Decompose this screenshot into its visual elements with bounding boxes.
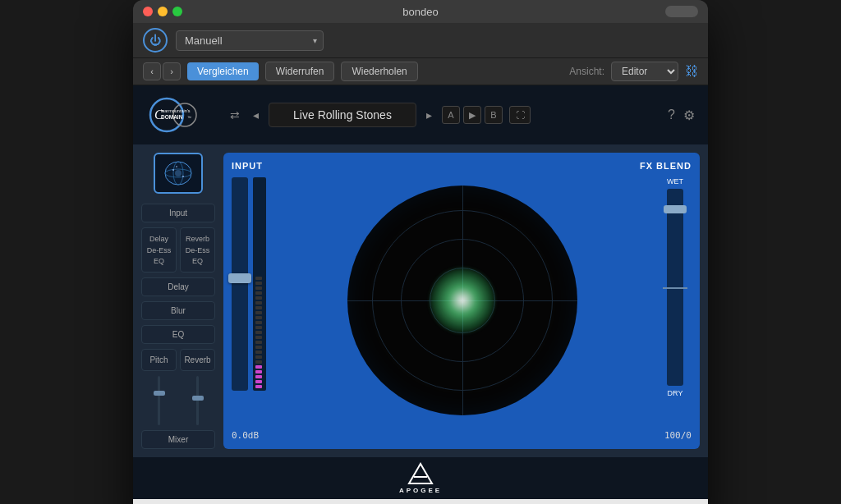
power-button[interactable]: ⏻ (143, 28, 168, 53)
main-window: bondeo ⏻ Manuell ▾ ‹ › Vergleichen Wider… (133, 0, 708, 504)
nav-arrows: ‹ › (143, 62, 181, 80)
next-icon: ▸ (426, 108, 432, 121)
preset-next-button[interactable]: ▸ (423, 105, 435, 125)
shuffle-icon: ⇄ (230, 108, 240, 121)
meter-dot (255, 351, 262, 354)
sidebar-input-button[interactable]: Input (141, 204, 215, 222)
meter-dot-active (255, 385, 262, 388)
apogee-logo-svg (406, 462, 435, 485)
sidebar-slider-left (141, 376, 177, 425)
expand-button[interactable]: ⛶ (509, 106, 531, 124)
shuffle-button[interactable]: ⇄ (227, 105, 243, 125)
sphere-button[interactable] (154, 153, 203, 194)
logo-area: C learmountain's DOMAIN ™ (146, 94, 204, 136)
reverb-de-ess-button[interactable]: Reverb De-Ess EQ (180, 227, 215, 273)
nav-forward-button[interactable]: › (163, 62, 181, 80)
panel-middle: WET DRY (232, 177, 692, 424)
input-fader-thumb[interactable] (228, 273, 251, 283)
window-title: bondeo (402, 6, 438, 18)
meter-dot-active (255, 380, 262, 383)
wiederholen-button[interactable]: Wiederholen (341, 62, 417, 81)
sphere-icon (162, 158, 195, 188)
sidebar-slider-right-track[interactable] (196, 376, 199, 425)
expand-icon: ⛶ (516, 110, 525, 120)
plugin-body: C learmountain's DOMAIN ™ ⇄ ◂ Live Rolli… (133, 85, 708, 499)
ab-a-button[interactable]: A (442, 106, 460, 124)
blend-value: 100/0 (664, 430, 692, 441)
editor-dropdown[interactable]: Editor (611, 62, 678, 81)
preset-dropdown[interactable]: Manuell (176, 30, 324, 51)
meter-dot (255, 316, 262, 319)
sidebar-slider-right-thumb[interactable] (192, 396, 204, 401)
eq-button[interactable]: EQ (141, 325, 215, 344)
ab-b-button[interactable]: B (485, 106, 503, 124)
window-footer: Clearmountain's Domain (133, 499, 708, 504)
nav-right-controls: Ansicht: Editor ⛓ (569, 62, 698, 81)
fx-fader-thumb[interactable] (664, 205, 687, 213)
nav-back-button[interactable]: ‹ (143, 62, 161, 80)
sidebar-slider-left-thumb[interactable] (154, 391, 165, 396)
sidebar-slider-left-track[interactable] (158, 376, 160, 425)
meter-dot (255, 301, 262, 305)
fx-fader-track[interactable] (667, 189, 683, 386)
main-panel: INPUT FX BLEND (223, 153, 700, 449)
panel-top-row: INPUT FX BLEND (232, 161, 692, 171)
circular-display (274, 177, 650, 424)
window-right-control (665, 6, 698, 17)
apogee-text: APOGEE (399, 487, 442, 494)
sidebar-sliders (141, 376, 215, 425)
meter-dot (255, 346, 262, 349)
plugin-content: Input Delay De-Ess EQ Reverb De-Ess EQ D… (133, 144, 708, 457)
link-icon[interactable]: ⛓ (685, 64, 698, 79)
meter-dot (255, 360, 262, 364)
meter-track (253, 177, 266, 391)
close-button[interactable] (143, 7, 153, 16)
plugin-footer: APOGEE (133, 457, 708, 499)
sidebar-grid-2: Pitch Reverb (141, 349, 215, 371)
maximize-button[interactable] (172, 7, 182, 16)
meter-dot (255, 355, 262, 359)
ab-play-button[interactable]: ▶ (463, 106, 481, 124)
svg-text:learmountain's: learmountain's (161, 108, 191, 113)
widerrufen-button[interactable]: Widerrufen (265, 62, 335, 81)
meter-dot-active (255, 375, 262, 378)
header-icons: ? ⚙ (668, 108, 695, 123)
nav-forward-icon: › (170, 66, 173, 76)
fx-fader-midline (663, 287, 687, 289)
help-icon[interactable]: ? (668, 108, 675, 122)
navbar: ‹ › Vergleichen Widerrufen Wiederholen A… (133, 58, 708, 85)
logo-svg: C learmountain's DOMAIN ™ (146, 94, 204, 136)
pitch-button[interactable]: Pitch (141, 349, 177, 371)
svg-point-10 (172, 169, 174, 171)
input-fader-track[interactable] (232, 177, 248, 391)
reverb-button[interactable]: Reverb (180, 349, 215, 371)
delay-button[interactable]: Delay (141, 277, 215, 296)
dry-label: DRY (668, 389, 683, 397)
meter-dot (255, 286, 262, 290)
nav-back-icon: ‹ (150, 66, 154, 76)
minimize-button[interactable] (158, 7, 168, 16)
svg-point-11 (182, 176, 184, 177)
ansicht-label: Ansicht: (569, 66, 604, 77)
sidebar-slider-right (180, 376, 215, 425)
meter-dot (255, 306, 262, 309)
input-fader-area (232, 177, 266, 424)
audio-blob (430, 268, 495, 333)
mixer-button[interactable]: Mixer (141, 430, 215, 449)
settings-icon[interactable]: ⚙ (683, 108, 695, 123)
meter-dot (255, 326, 262, 329)
editor-dropdown-wrapper: Editor (611, 62, 678, 81)
meter-dot (255, 282, 262, 285)
vergleichen-button[interactable]: Vergleichen (187, 62, 259, 80)
apogee-logo: APOGEE (399, 462, 442, 494)
plugin-header: C learmountain's DOMAIN ™ ⇄ ◂ Live Rolli… (133, 85, 708, 144)
svg-point-12 (176, 166, 177, 167)
svg-text:DOMAIN: DOMAIN (161, 114, 183, 120)
meter-dot (255, 331, 262, 334)
meter-dot (255, 291, 262, 295)
fx-blend-label: FX BLEND (640, 161, 692, 171)
blur-button[interactable]: Blur (141, 301, 215, 320)
delay-de-ess-button[interactable]: Delay De-Ess EQ (141, 227, 177, 273)
phase-circle (347, 186, 577, 415)
preset-prev-button[interactable]: ◂ (250, 105, 262, 125)
